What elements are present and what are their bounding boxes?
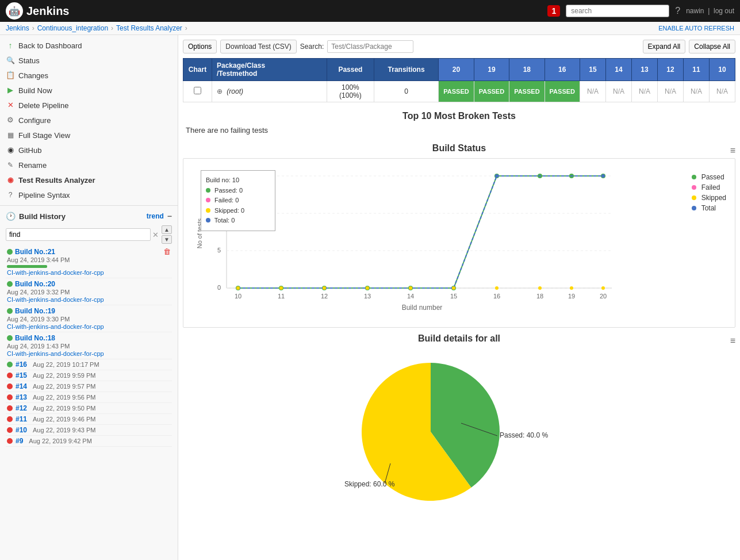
build-date-20: Aug 24, 2019 3:32 PM xyxy=(7,288,171,296)
breadcrumb-jenkins[interactable]: Jenkins xyxy=(6,24,29,32)
tooltip-failed: Failed: 0 xyxy=(206,195,270,206)
breadcrumb-sep-3: › xyxy=(185,24,187,32)
help-icon[interactable]: ? xyxy=(675,6,680,16)
top-navbar: 🤖 Jenkins 1 ? nawin | log out xyxy=(0,0,740,22)
build-date-18: Aug 24, 2019 1:43 PM xyxy=(7,342,171,350)
build-num-link-21[interactable]: Build No.:21 xyxy=(15,248,55,256)
build-status-root-13: N/A xyxy=(632,81,658,102)
arrow-buttons: ▲ ▼ xyxy=(162,225,172,244)
col-header-11: 11 xyxy=(684,59,710,81)
legend-failed-label: Failed xyxy=(701,183,720,191)
build-status-chart-title: Build Status xyxy=(432,143,486,154)
logout-link[interactable]: log out xyxy=(714,7,734,15)
sidebar-item-full-stage-view[interactable]: ▦ Full Stage View xyxy=(0,128,178,143)
build-short-num-11[interactable]: #11 xyxy=(16,415,27,423)
svg-point-42 xyxy=(495,286,499,290)
download-test-button[interactable]: Download Test (CSV) xyxy=(220,40,297,53)
build-short-num-14[interactable]: #14 xyxy=(16,382,27,390)
search-input[interactable] xyxy=(566,5,669,17)
build-status-dot-10 xyxy=(7,427,13,433)
play-icon: ▶ xyxy=(6,86,15,95)
breadcrumb-ci[interactable]: Continuous_integration xyxy=(37,24,108,32)
breadcrumb-tra[interactable]: Test Results Analyzer xyxy=(116,24,182,32)
build-short-num-15[interactable]: #15 xyxy=(16,371,27,379)
build-list: Build No.:21 🗑 Aug 24, 2019 3:44 PM CI-w… xyxy=(3,246,175,447)
arrow-down-btn[interactable]: ▼ xyxy=(162,235,172,244)
tooltip-passed-dot xyxy=(206,188,210,193)
build-status-menu-icon[interactable]: ≡ xyxy=(730,145,735,156)
build-date-19: Aug 24, 2019 3:30 PM xyxy=(7,315,171,323)
collapse-all-button[interactable]: Collapse All xyxy=(689,40,735,53)
build-num-link-18[interactable]: Build No.:18 xyxy=(15,334,55,342)
legend-item-skipped: Skipped xyxy=(692,194,726,202)
sidebar-item-github[interactable]: ◉ GitHub xyxy=(0,143,178,158)
sidebar-item-delete-pipeline[interactable]: ✕ Delete Pipeline xyxy=(0,98,178,113)
svg-point-36 xyxy=(236,286,240,290)
build-short-date-16: Aug 22, 2019 10:17 PM xyxy=(33,361,99,368)
breadcrumb: Jenkins › Continuous_integration › Test … xyxy=(0,22,740,35)
build-branch-21: CI-with-jenkins-and-docker-for-cpp xyxy=(7,269,171,276)
chart-checkbox-input-root[interactable] xyxy=(194,87,201,94)
legend-passed-dot xyxy=(692,175,696,179)
build-status-title-row: Build Status ≡ xyxy=(183,143,735,158)
sidebar-item-changes[interactable]: 📋 Changes xyxy=(0,68,178,83)
no-failing-msg: There are no failing tests xyxy=(186,126,735,135)
trend-link[interactable]: trend xyxy=(147,212,164,220)
sidebar-item-back-to-dashboard[interactable]: ↑ Back to Dashboard xyxy=(0,38,178,53)
collapse-build-history-btn[interactable]: − xyxy=(167,212,172,221)
chart-checkbox-root[interactable] xyxy=(183,81,212,102)
col-header-package: Package/Class/Testmethod xyxy=(212,59,327,81)
sidebar-item-configure[interactable]: ⚙ Configure xyxy=(0,113,178,128)
svg-point-43 xyxy=(538,286,542,290)
tooltip-total-label: Total: xyxy=(214,217,229,224)
sidebar-item-rename[interactable]: ✎ Rename xyxy=(0,158,178,172)
build-status-root-19: PASSED xyxy=(474,81,509,102)
col-header-20: 20 xyxy=(439,59,474,81)
svg-point-44 xyxy=(570,286,573,290)
build-branch-18: CI-with-jenkins-and-docker-for-cpp xyxy=(7,350,171,357)
svg-text:13: 13 xyxy=(364,293,371,300)
svg-text:5: 5 xyxy=(217,247,221,254)
expand-all-button[interactable]: Expand All xyxy=(643,40,686,53)
build-short-num-10[interactable]: #10 xyxy=(16,426,27,434)
arrow-up-btn[interactable]: ▲ xyxy=(162,225,172,234)
col-header-16: 16 xyxy=(545,59,580,81)
build-short-num-16[interactable]: #16 xyxy=(16,360,27,369)
expand-icon-root[interactable]: ⊕ xyxy=(217,87,223,95)
passed-cell-root: 100%(100%) xyxy=(327,81,374,102)
find-clear-btn[interactable]: ✕ xyxy=(152,231,159,239)
build-status-dot-16 xyxy=(7,362,13,367)
build-delete-btn-21[interactable]: 🗑 xyxy=(163,247,171,256)
build-short-num-13[interactable]: #13 xyxy=(16,393,27,401)
build-short-num-12[interactable]: #12 xyxy=(16,404,27,412)
build-short-num-9[interactable]: #9 xyxy=(16,437,23,445)
notification-badge[interactable]: 1 xyxy=(547,5,560,17)
col-header-18: 18 xyxy=(509,59,545,81)
legend-failed-dot xyxy=(692,185,696,190)
search-field[interactable] xyxy=(327,40,413,53)
svg-point-41 xyxy=(452,286,455,290)
tooltip-skipped-dot xyxy=(206,208,210,213)
sidebar-item-pipeline-syntax[interactable]: ? Pipeline Syntax xyxy=(0,187,178,202)
options-button[interactable]: Options xyxy=(183,40,217,53)
sidebar-item-build-now[interactable]: ▶ Build Now xyxy=(0,83,178,98)
build-list-item-14: #14 Aug 22, 2019 9:57 PM xyxy=(6,381,172,392)
build-details-menu-icon[interactable]: ≡ xyxy=(730,336,735,346)
enable-auto-refresh-link[interactable]: ENABLE AUTO REFRESH xyxy=(658,25,734,32)
build-history-header: 🕐 Build History trend − xyxy=(3,209,175,224)
col-header-13: 13 xyxy=(632,59,658,81)
build-num-link-19[interactable]: Build No.:19 xyxy=(15,307,55,315)
build-num-link-20[interactable]: Build No.:20 xyxy=(15,280,55,288)
sidebar-label-pipeline: Pipeline Syntax xyxy=(18,191,70,200)
sidebar-item-status[interactable]: 🔍 Status xyxy=(0,53,178,68)
build-status-chart-container: Build no: 10 Passed: 0 Failed: 0 Skipped… xyxy=(183,158,735,328)
sidebar: ↑ Back to Dashboard 🔍 Status 📋 Changes ▶ xyxy=(0,35,178,560)
build-details-section: Build details for all ≡ xyxy=(183,333,735,515)
find-input[interactable] xyxy=(6,228,151,241)
rename-icon: ✎ xyxy=(6,160,15,170)
sidebar-item-tra[interactable]: ◉ Test Results Analyzer xyxy=(0,172,178,187)
pie-container: Passed: 40.0 % Skipped: 60.0 % xyxy=(183,348,735,515)
username: nawin xyxy=(686,7,704,15)
build-status-dot-15 xyxy=(7,373,13,378)
build-status-root-18: PASSED xyxy=(509,81,545,102)
